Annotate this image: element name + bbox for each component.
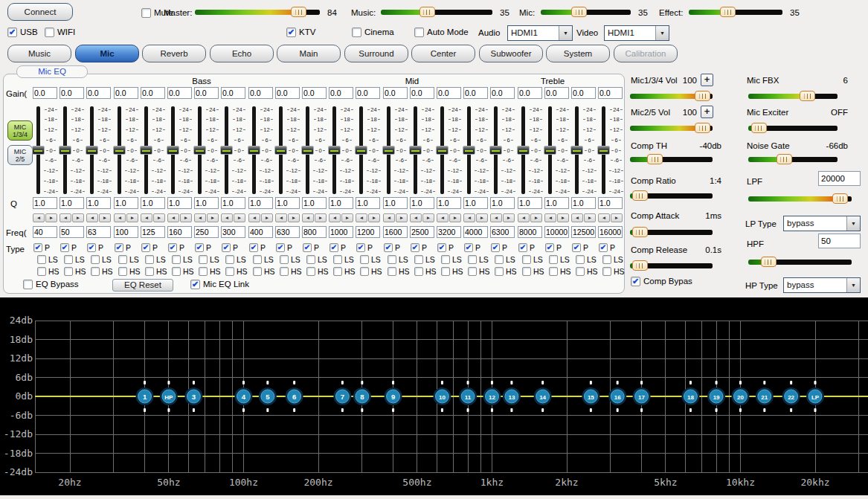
band-3-type-p-checkbox[interactable]: ✔ [87,243,96,252]
marker-bottom-handle[interactable] [491,408,493,412]
spin-left-button[interactable]: ◄ [490,213,502,222]
comp-release-slider[interactable] [630,260,713,271]
mic-slider[interactable] [541,7,631,17]
band-15-type-hs-checkbox[interactable] [414,267,423,276]
band-20-freq-input[interactable] [544,226,569,238]
band-15-q-input[interactable] [410,197,434,209]
mute-checkbox[interactable] [141,8,151,18]
marker-bottom-handle[interactable] [590,408,592,412]
band-1-type-hs-checkbox[interactable] [37,267,46,276]
band-3-type-ls-checkbox[interactable] [91,255,100,264]
band-16-gain-slider[interactable]: 24181260-6-12-18-24 [436,105,463,196]
marker-top-handle[interactable] [640,381,643,384]
spin-right-button[interactable]: ► [99,213,111,222]
band-15-gain-slider[interactable]: 24181260-6-12-18-24 [409,105,436,196]
tab-reverb[interactable]: Reverb [142,45,206,62]
band-11-freq-input[interactable] [302,226,327,238]
mic-eq-link-checkbox[interactable]: ✔ [190,280,200,289]
band-10-gain-slider[interactable]: 24181260-6-12-18-24 [274,105,301,196]
band-3-q-input[interactable] [86,197,111,209]
band-19-type-ls-checkbox[interactable] [522,255,531,264]
band-21-type-p-checkbox[interactable]: ✔ [572,243,581,252]
band-19-type-hs-checkbox[interactable] [522,267,531,276]
band-9-q-input[interactable] [248,197,273,209]
band-13-gain-input[interactable] [356,87,380,99]
marker-top-handle[interactable] [193,381,195,384]
band-19-gain-input[interactable] [518,87,542,99]
band-22-q-input[interactable] [598,197,623,209]
spin-right-button[interactable]: ► [315,213,327,222]
band-16-type-hs-checkbox[interactable] [441,267,450,276]
spin-right-button[interactable]: ► [368,213,380,222]
spin-right-button[interactable]: ► [126,213,138,222]
band-15-type-p-checkbox[interactable]: ✔ [411,243,419,252]
band-20-gain-slider[interactable]: 24181260-6-12-18-24 [544,105,570,196]
tab-mic[interactable]: Mic [75,45,139,62]
tab-system[interactable]: System [546,45,610,62]
band-12-q-input[interactable] [329,197,353,209]
band-15-type-ls-checkbox[interactable] [414,255,423,264]
band-22-type-ls-checkbox[interactable] [602,255,611,264]
spin-left-button[interactable]: ◄ [167,213,179,222]
spin-right-button[interactable]: ► [449,213,461,222]
auto-mode-checkbox[interactable] [414,28,424,37]
band-13-q-input[interactable] [356,197,380,209]
band-21-q-input[interactable] [571,197,596,209]
hpf-input[interactable] [818,234,861,248]
band-16-type-p-checkbox[interactable]: ✔ [437,243,446,252]
band-8-q-input[interactable] [221,197,245,209]
marker-bottom-handle[interactable] [266,408,269,412]
band-1-type-p-checkbox[interactable]: ✔ [33,243,42,252]
chevron-down-icon[interactable]: ▼ [846,278,860,292]
band-16-freq-input[interactable] [437,226,461,238]
marker-bottom-handle[interactable] [814,408,817,412]
spin-right-button[interactable]: ► [72,213,84,222]
band-12-gain-slider[interactable]: 24181260-6-12-18-24 [328,105,355,196]
marker-bottom-handle[interactable] [617,408,619,412]
band-13-freq-input[interactable] [356,226,380,238]
band-6-gain-slider[interactable]: 24181260-6-12-18-24 [167,105,193,196]
marker-top-handle[interactable] [541,381,544,384]
spin-right-button[interactable]: ► [611,213,623,222]
band-15-freq-input[interactable] [410,226,434,238]
mic-group-button-1-3-4[interactable]: MIC1/3/4 [7,120,33,141]
marker-top-handle[interactable] [293,381,295,384]
spin-left-button[interactable]: ◄ [114,213,126,222]
band-14-type-p-checkbox[interactable]: ✔ [384,243,393,252]
chevron-down-icon[interactable]: ▼ [846,216,860,231]
band-9-freq-input[interactable] [248,226,273,238]
band-20-type-ls-checkbox[interactable] [549,255,558,264]
band-17-freq-input[interactable] [463,226,488,238]
band-10-type-ls-checkbox[interactable] [280,255,289,264]
band-11-gain-slider[interactable]: 24181260-6-12-18-24 [301,105,328,196]
marker-top-handle[interactable] [763,381,765,384]
spin-right-button[interactable]: ► [503,213,515,222]
band-11-gain-input[interactable] [302,87,327,99]
lpf-input[interactable] [818,171,861,186]
band-16-type-ls-checkbox[interactable] [441,255,450,264]
slider-handle[interactable] [832,193,848,204]
band-10-freq-input[interactable] [275,226,300,238]
marker-top-handle[interactable] [689,381,692,384]
band-11-type-hs-checkbox[interactable] [306,267,315,276]
master-slider[interactable] [195,7,320,17]
band-12-freq-input[interactable] [329,226,353,238]
band-9-type-p-checkbox[interactable]: ✔ [249,243,258,252]
marker-top-handle[interactable] [739,381,742,384]
spin-left-button[interactable]: ◄ [302,213,314,222]
hp-type-select[interactable]: bypass▼ [783,277,861,293]
slider-handle[interactable] [647,154,663,164]
spin-left-button[interactable]: ◄ [248,213,260,222]
slider-handle[interactable] [571,7,587,17]
marker-top-handle[interactable] [590,381,592,384]
wifi-checkbox[interactable] [45,28,54,37]
band-18-type-ls-checkbox[interactable] [495,255,504,264]
spin-right-button[interactable]: ► [45,213,57,222]
band-11-q-input[interactable] [302,197,327,209]
band-18-type-p-checkbox[interactable]: ✔ [491,243,500,252]
band-8-freq-input[interactable] [221,226,245,238]
comp-attack-slider[interactable] [630,227,713,237]
video-select[interactable]: HDMI1▼ [604,25,669,41]
band-18-gain-slider[interactable]: 24181260-6-12-18-24 [489,105,516,196]
mic134-vol-slider[interactable] [630,91,713,101]
